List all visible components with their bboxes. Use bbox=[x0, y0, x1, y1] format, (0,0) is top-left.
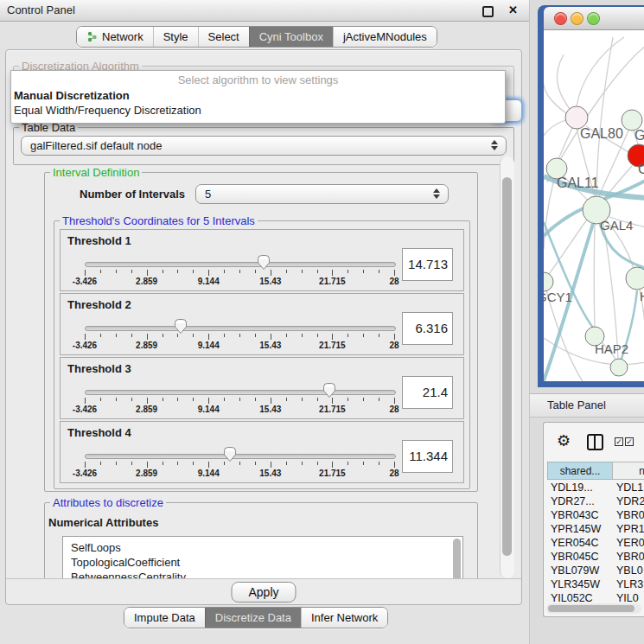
name-cell[interactable]: YBR0 bbox=[616, 550, 644, 564]
tab-discretize-data[interactable]: Discretize Data bbox=[205, 608, 301, 628]
shared-name-cell[interactable]: YLR345W bbox=[551, 577, 600, 591]
float-window-icon[interactable] bbox=[482, 6, 494, 17]
shared-name-cell[interactable]: YER054C bbox=[551, 536, 599, 550]
close-traffic-light[interactable] bbox=[554, 12, 567, 25]
slider-tick bbox=[131, 334, 132, 337]
network-node[interactable] bbox=[544, 272, 553, 291]
slider-track[interactable] bbox=[85, 454, 396, 459]
thresholds-title: Threshold's Coordinates for 5 Intervals bbox=[60, 214, 258, 227]
shared-name-cell[interactable]: YDL19... bbox=[551, 481, 593, 494]
slider-tick bbox=[239, 462, 240, 465]
minimize-traffic-light[interactable] bbox=[571, 12, 583, 25]
tab-infer-network[interactable]: Infer Network bbox=[301, 608, 387, 628]
table-header-row: shared... na bbox=[544, 462, 644, 481]
tick-label: 21.715 bbox=[319, 341, 346, 350]
numerical-attributes-list[interactable]: SelfLoopsTopologicalCoefficientBetweenne… bbox=[62, 536, 463, 578]
tick-label: 2.859 bbox=[136, 405, 157, 414]
shared-name-cell[interactable]: YBR043C bbox=[551, 508, 599, 522]
tab-select[interactable]: Select bbox=[198, 27, 249, 47]
slider-track[interactable] bbox=[85, 390, 396, 395]
table-row[interactable]: YBR045CYBR0 bbox=[544, 550, 644, 564]
tick-label: -3.426 bbox=[73, 405, 97, 414]
close-icon[interactable]: ✕ bbox=[508, 3, 518, 16]
algorithm-dropdown-popup: Select algorithm to view settings Manual… bbox=[10, 70, 506, 124]
shared-name-cell[interactable]: YBR045C bbox=[551, 550, 599, 564]
table-row[interactable]: YDL19...YDL1 bbox=[544, 481, 644, 494]
shared-name-cell[interactable]: YPR145W bbox=[551, 522, 601, 536]
numerical-attributes-label: Numerical Attributes bbox=[48, 516, 158, 529]
threshold-value-field[interactable]: 21.4 bbox=[402, 376, 453, 409]
tab-style[interactable]: Style bbox=[153, 27, 198, 47]
name-cell[interactable]: YER0 bbox=[616, 536, 644, 550]
attribute-item[interactable]: TopologicalCoefficient bbox=[63, 555, 462, 570]
name-cell[interactable]: YPR1 bbox=[616, 522, 644, 536]
list-scrollbar[interactable] bbox=[453, 539, 461, 578]
algorithm-option[interactable]: Manual Discretization bbox=[14, 89, 130, 102]
bottom-tab-bar: Impute DataDiscretize DataInfer Network bbox=[124, 607, 388, 628]
apply-button[interactable]: Apply bbox=[231, 582, 296, 603]
slider-tick bbox=[163, 270, 163, 273]
name-cell[interactable]: YBR0 bbox=[616, 508, 644, 522]
slider-tick bbox=[271, 334, 271, 340]
threshold-value-field[interactable]: 14.713 bbox=[402, 248, 453, 281]
scrollbar-thumb[interactable] bbox=[548, 605, 634, 612]
table-row[interactable]: YBR043CYBR0 bbox=[544, 508, 644, 522]
table-row[interactable]: YBL079WYBL0 bbox=[544, 564, 644, 577]
network-node[interactable] bbox=[626, 267, 644, 290]
slider-thumb[interactable] bbox=[322, 382, 336, 399]
tab-label: Cyni Toolbox bbox=[259, 30, 323, 43]
shared-name-cell[interactable]: YBL079W bbox=[551, 564, 599, 577]
name-cell[interactable]: YDL1 bbox=[616, 481, 643, 494]
tab-jactivemnodules[interactable]: jActiveMNodules bbox=[333, 27, 437, 47]
slider-thumb[interactable] bbox=[174, 318, 188, 335]
table-row[interactable]: YDR27...YDR2 bbox=[544, 494, 644, 508]
thresholds-group: Threshold's Coordinates for 5 Intervals … bbox=[54, 220, 470, 489]
tab-impute-data[interactable]: Impute Data bbox=[124, 608, 205, 628]
scrollbar-thumb[interactable] bbox=[502, 177, 512, 556]
column-header-name[interactable]: na bbox=[612, 462, 644, 480]
network-canvas[interactable]: GAL80GACGAL11GAL4HGCY1HAP2 bbox=[544, 30, 644, 381]
tab-network[interactable]: Network bbox=[77, 27, 153, 47]
threshold-value-field[interactable]: 6.316 bbox=[402, 312, 453, 345]
slider-thumb[interactable] bbox=[223, 446, 237, 462]
table-row[interactable]: YLR345WYLR3 bbox=[544, 577, 644, 591]
name-cell[interactable]: YLR3 bbox=[616, 577, 643, 591]
table-horizontal-scrollbar[interactable] bbox=[546, 603, 641, 614]
column-header-shared-name[interactable]: shared... bbox=[547, 462, 613, 480]
column-browser-icon[interactable] bbox=[587, 434, 603, 450]
tab-cyni-toolbox[interactable]: Cyni Toolbox bbox=[249, 27, 333, 47]
slider-tick bbox=[363, 334, 364, 337]
zoom-traffic-light[interactable] bbox=[587, 12, 600, 25]
panel-vertical-scrollbar[interactable] bbox=[500, 156, 514, 578]
network-window-titlebar[interactable] bbox=[544, 7, 644, 30]
slider-tick bbox=[286, 270, 287, 273]
slider-tick bbox=[163, 398, 163, 401]
network-graph: GAL80GACGAL11GAL4HGCY1HAP2 bbox=[544, 30, 644, 381]
slider-tick bbox=[85, 334, 86, 340]
popup-hint: Select algorithm to view settings bbox=[11, 73, 505, 86]
tick-label: 21.715 bbox=[319, 405, 346, 414]
attribute-item[interactable]: SelfLoops bbox=[63, 540, 462, 555]
slider-tick bbox=[163, 462, 163, 465]
number-of-intervals-combobox[interactable]: 5 bbox=[195, 184, 449, 204]
gear-icon[interactable]: ⚙ bbox=[557, 431, 571, 450]
settings-scroll-area: Interval Definition Number of Intervals … bbox=[10, 163, 499, 578]
shared-name-cell[interactable]: YDR27... bbox=[551, 494, 595, 508]
slider-tick bbox=[224, 398, 225, 401]
tick-label: 21.715 bbox=[319, 277, 346, 286]
attribute-item[interactable]: BetweennessCentrality bbox=[63, 570, 462, 578]
slider-track[interactable] bbox=[85, 326, 396, 331]
slider-tick bbox=[224, 270, 225, 273]
table-data-combobox[interactable]: galFiltered.sif default node bbox=[21, 136, 507, 156]
slider-thumb[interactable] bbox=[257, 254, 271, 271]
table-row[interactable]: YPR145WYPR1 bbox=[544, 522, 644, 536]
algorithm-option[interactable]: Equal Width/Frequency Discretization bbox=[14, 104, 201, 117]
threshold-value-field[interactable]: 11.344 bbox=[402, 440, 453, 473]
table-row[interactable]: YER054CYER0 bbox=[544, 536, 644, 550]
checkbox-icon[interactable]: ✓ bbox=[615, 437, 623, 446]
checkbox-icon[interactable]: ✓ bbox=[625, 437, 634, 446]
name-cell[interactable]: YBL0 bbox=[616, 564, 643, 577]
name-cell[interactable]: YDR2 bbox=[616, 494, 644, 508]
network-node[interactable] bbox=[610, 359, 628, 376]
slider-track[interactable] bbox=[85, 262, 396, 267]
